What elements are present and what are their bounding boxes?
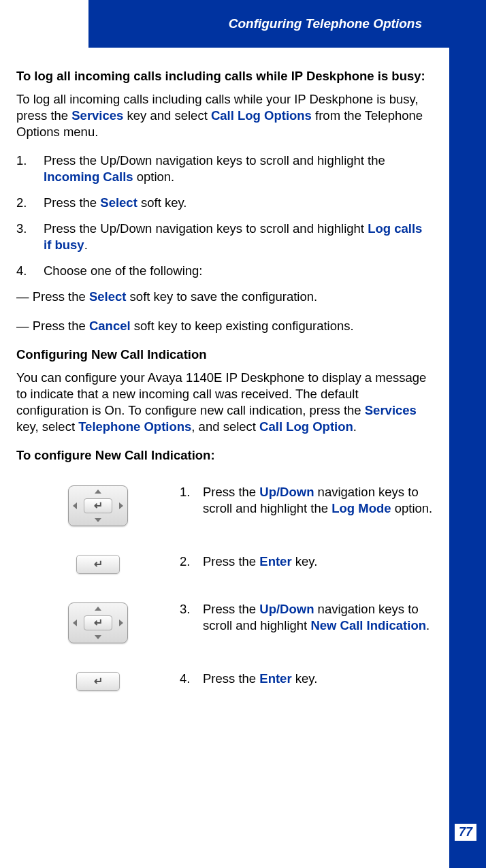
icon-step-row: ↵ 1. Press the Up/Down navigation keys t… [16, 484, 433, 526]
text: . [353, 419, 357, 434]
term-enter: Enter [259, 554, 291, 568]
section2-subheading: To configure New Call Indication: [16, 447, 433, 464]
enter-key-icon: ↵ [76, 555, 120, 574]
term-services: Services [365, 403, 417, 417]
text: key. [292, 554, 318, 568]
header-bar: Configuring Telephone Options [88, 0, 449, 48]
page-number-box: 77 [455, 824, 476, 841]
header-title: Configuring Telephone Options [229, 16, 422, 31]
text: Press the Up/Down navigation keys to scr… [44, 221, 368, 236]
side-bar [449, 0, 486, 868]
icon-step-list: ↵ 1. Press the Up/Down navigation keys t… [16, 484, 433, 691]
navigation-key-icon: ↵ [68, 602, 128, 643]
text: Press the [203, 602, 259, 616]
term-enter: Enter [259, 671, 291, 686]
page-content: To log all incoming calls including call… [16, 68, 433, 718]
icon-step-row: ↵ 2. Press the Enter key. [16, 553, 433, 574]
text: — Press the [16, 289, 89, 304]
text: Choose one of the following: [44, 263, 202, 278]
term-services: Services [71, 108, 123, 123]
term-select: Select [100, 195, 137, 210]
text: Press the Up/Down navigation keys to scr… [44, 153, 385, 167]
text: option. [133, 170, 175, 184]
term-call-log-option: Call Log Option [259, 419, 353, 434]
text: . [426, 618, 430, 632]
list-item: Press the Up/Down navigation keys to scr… [16, 152, 433, 185]
step-body: Press the Up/Down navigation keys to scr… [203, 601, 433, 634]
term-up-down: Up/Down [259, 485, 314, 499]
text: key, select [16, 419, 78, 434]
term-select: Select [89, 289, 127, 304]
list-item: Press the Up/Down navigation keys to scr… [16, 221, 433, 253]
enter-key-icon: ↵ [76, 672, 120, 691]
term-telephone-options: Telephone Options [78, 419, 191, 434]
term-call-log-options: Call Log Options [211, 108, 312, 123]
list-item: Choose one of the following: [16, 263, 433, 279]
section1-steps: Press the Up/Down navigation keys to scr… [16, 152, 433, 279]
text: key and select [123, 108, 211, 123]
step-number: 4. [180, 671, 203, 687]
text: soft key to save the configuration. [126, 289, 317, 304]
text: option. [391, 501, 433, 515]
text: soft key to keep existing configurations… [131, 319, 354, 333]
section2-intro: You can configure your Avaya 1140E IP De… [16, 370, 433, 435]
navigation-key-icon: ↵ [68, 485, 128, 526]
term-up-down: Up/Down [259, 602, 314, 616]
icon-step-row: ↵ 3. Press the Up/Down navigation keys t… [16, 601, 433, 643]
step-number: 1. [180, 484, 203, 517]
text: — Press the [16, 319, 89, 333]
section2-heading: Configuring New Call Indication [16, 347, 433, 363]
page-number: 77 [459, 825, 472, 839]
section1-intro: To log all incoming calls including call… [16, 91, 433, 140]
section1-heading: To log all incoming calls including call… [16, 68, 433, 84]
step-body: Press the Up/Down navigation keys to scr… [203, 484, 433, 517]
list-item: Press the Select soft key. [16, 195, 433, 211]
term-new-call-indication: New Call Indication [310, 618, 426, 632]
text: soft key. [137, 195, 187, 210]
term-cancel: Cancel [89, 319, 131, 333]
text: Press the [44, 195, 100, 210]
step-body: Press the Enter key. [203, 553, 433, 570]
dash-option-cancel: — Press the Cancel soft key to keep exis… [16, 318, 433, 334]
text: Press the [203, 554, 259, 568]
icon-step-row: ↵ 4. Press the Enter key. [16, 671, 433, 691]
step-number: 2. [180, 553, 203, 570]
term-log-mode: Log Mode [331, 501, 391, 515]
text: key. [292, 671, 318, 686]
text: , and select [191, 419, 259, 434]
step-body: Press the Enter key. [203, 671, 433, 687]
term-incoming-calls: Incoming Calls [44, 170, 133, 184]
text: Press the [203, 671, 259, 686]
text: Press the [203, 485, 259, 499]
step-number: 3. [180, 601, 203, 634]
text: . [84, 238, 88, 252]
dash-option-select: — Press the Select soft key to save the … [16, 289, 433, 305]
